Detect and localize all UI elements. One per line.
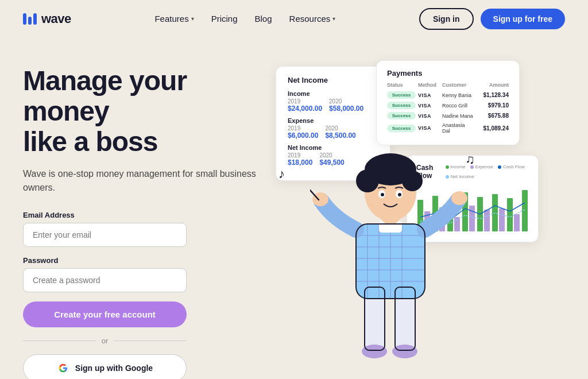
svg-rect-13	[514, 214, 520, 231]
google-signup-button[interactable]: Sign up with Google	[23, 354, 187, 379]
nav-blog[interactable]: Blog	[255, 14, 272, 24]
table-row: Success VISA Rocco Grill $979.10	[387, 102, 509, 109]
svg-point-40	[451, 191, 467, 205]
svg-rect-12	[507, 198, 513, 231]
chevron-down-icon: ▾	[332, 16, 335, 22]
income-section: Income 2019 $24,000.00 2020 $58,000.00	[288, 90, 378, 113]
svg-rect-14	[522, 190, 528, 231]
logo-text: wave	[41, 11, 71, 26]
header: wave Features ▾ Pricing Blog Resources ▾…	[0, 0, 588, 37]
svg-point-38	[398, 193, 401, 196]
divider-line-left	[23, 341, 96, 341]
create-account-button[interactable]: Create your free account	[23, 301, 187, 327]
chevron-down-icon: ▾	[191, 16, 194, 22]
right-panel: Net Income Income 2019 $24,000.00 2020 $…	[264, 55, 565, 379]
headline: Manage your money like a boss	[23, 66, 264, 157]
svg-rect-11	[499, 208, 505, 231]
left-panel: Manage your money like a boss Wave is on…	[23, 55, 264, 379]
email-label: Email Address	[23, 211, 264, 219]
password-label: Password	[23, 256, 264, 265]
email-input[interactable]	[23, 223, 187, 247]
signin-button[interactable]: Sign in	[419, 8, 474, 30]
income-card-title: Net Income	[288, 76, 378, 84]
svg-rect-9	[484, 210, 490, 231]
logo-icon	[23, 13, 37, 25]
or-divider: or	[23, 337, 187, 345]
svg-point-18	[392, 345, 417, 358]
logo-bar-3	[33, 13, 37, 25]
signup-button[interactable]: Sign up for free	[481, 9, 565, 29]
logo: wave	[23, 11, 71, 26]
nav-pricing[interactable]: Pricing	[211, 14, 238, 24]
main-content: Manage your money like a boss Wave is on…	[0, 37, 588, 379]
hero-illustration	[310, 115, 471, 379]
svg-point-33	[356, 169, 379, 192]
person-svg	[310, 115, 471, 379]
payments-card-title: Payments	[387, 69, 509, 78]
logo-bar-1	[23, 13, 26, 25]
divider-line-right	[114, 341, 187, 341]
svg-point-17	[362, 345, 387, 358]
google-btn-label: Sign up with Google	[75, 363, 153, 373]
logo-bar-2	[28, 17, 32, 25]
nav-features[interactable]: Features ▾	[154, 14, 194, 24]
password-input[interactable]	[23, 268, 187, 292]
subheadline: Wave is one-stop money management for sm…	[23, 167, 264, 195]
music-note-icon: ♪	[278, 167, 285, 181]
table-row: Success VISA Kenny Bania $1,128.34	[387, 91, 509, 99]
svg-point-37	[381, 193, 384, 196]
or-text: or	[102, 337, 109, 345]
payments-header: Status Method Customer Amount	[387, 82, 509, 88]
nav-resources[interactable]: Resources ▾	[289, 14, 336, 24]
svg-point-34	[402, 171, 423, 191]
nav-buttons: Sign in Sign up for free	[419, 8, 565, 30]
google-icon	[57, 362, 69, 374]
main-nav: Features ▾ Pricing Blog Resources ▾	[154, 14, 335, 24]
